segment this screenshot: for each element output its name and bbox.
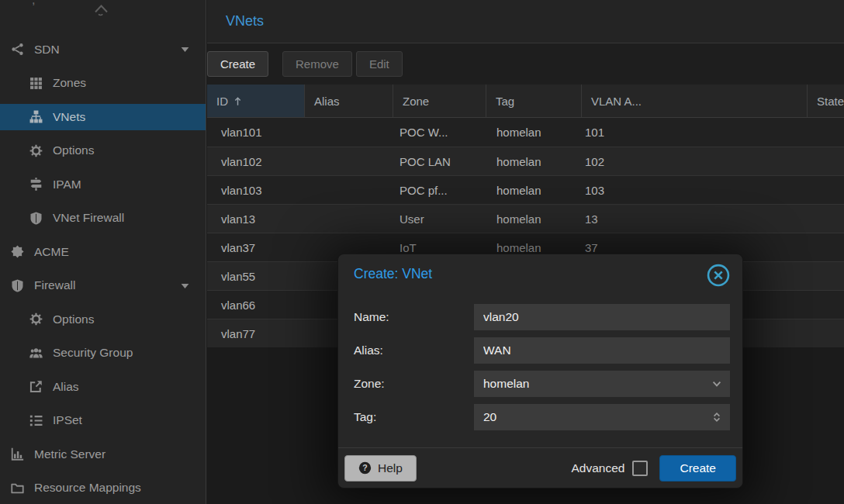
column-header-zone[interactable]: Zone: [393, 85, 486, 117]
close-icon: [707, 264, 730, 287]
sidebar-item-acme[interactable]: ACME: [0, 235, 206, 269]
help-button[interactable]: Help: [344, 455, 417, 482]
edit-button[interactable]: Edit: [356, 51, 403, 77]
cell-state: [764, 147, 844, 175]
cell-state: [764, 233, 844, 261]
spinner-icon[interactable]: [704, 404, 730, 430]
cell-state: [764, 262, 844, 290]
cell-id: vlan102: [207, 147, 390, 175]
field-input[interactable]: [474, 404, 704, 430]
sidebar-item-icon: [10, 482, 24, 495]
sidebar-item-label: ACME: [34, 245, 69, 259]
sidebar-item-metric-server[interactable]: Metric Server: [0, 437, 206, 471]
sidebar-item-zones[interactable]: Zones: [0, 67, 206, 101]
close-button[interactable]: [707, 263, 732, 288]
cell-state: [764, 205, 844, 233]
caret-down-icon[interactable]: [179, 280, 191, 292]
sidebar-item-label: Options: [53, 143, 94, 157]
column-header-vlan-aware[interactable]: VLAN A...: [581, 85, 807, 117]
field-input[interactable]: [474, 304, 730, 330]
table-row[interactable]: vlan103 POC pf... homelan 103: [207, 175, 844, 204]
sidebar-item-sdn-options[interactable]: Options: [0, 134, 206, 168]
sidebar-item-icon: [29, 414, 43, 427]
cell-vlan-aware: [669, 118, 764, 147]
cell-id: vlan103: [207, 176, 390, 204]
sidebar-item-ipam[interactable]: IPAM: [0, 167, 206, 202]
field-label: Tag:: [354, 410, 474, 424]
sidebar-item-firewall-options[interactable]: Options: [0, 302, 206, 337]
column-header-tag[interactable]: Tag: [486, 85, 581, 117]
remove-button[interactable]: Remove: [282, 51, 352, 77]
form-row: Name:: [354, 304, 730, 330]
cell-id: vlan101: [207, 118, 390, 147]
table-row[interactable]: vlan101 POC W... homelan 101: [207, 118, 844, 147]
column-header-label: ID: [216, 95, 228, 108]
column-header-label: State: [817, 95, 844, 108]
sidebar-item-label: IPSet: [53, 413, 82, 427]
create-vnet-dialog: Create: VNet Name: Alias:: [337, 254, 743, 488]
sidebar-item-vnet-firewall[interactable]: VNet Firewall: [0, 202, 206, 236]
alias-input[interactable]: [474, 337, 730, 364]
table-row[interactable]: vlan102 POC LAN homelan 102: [207, 147, 844, 175]
create-button[interactable]: Create: [207, 51, 268, 77]
dialog-create-button[interactable]: Create: [659, 455, 736, 482]
sidebar-item-label: Zones: [53, 76, 86, 90]
sidebar-item-security-group[interactable]: Security Group: [0, 337, 206, 371]
sidebar-item-ipset[interactable]: IPSet: [0, 404, 206, 438]
cell-alias: POC pf...: [390, 176, 487, 204]
caret-down-icon[interactable]: [179, 43, 191, 55]
sidebar-item-label: SDN: [34, 43, 60, 57]
cell-alias: POC LAN: [390, 147, 487, 175]
cell-vlan-aware: [669, 205, 764, 233]
sidebar-item-alias[interactable]: Alias: [0, 370, 206, 404]
name-input[interactable]: [474, 304, 730, 330]
cell-state: [764, 319, 844, 347]
sidebar-item-label: Resource Mappings: [34, 481, 141, 495]
column-header-label: Alias: [314, 95, 340, 108]
cell-zone: homelan: [487, 147, 576, 175]
field-input[interactable]: [474, 337, 730, 364]
sidebar-item-vnets[interactable]: VNets: [0, 100, 206, 134]
sidebar-item-label: VNet Firewall: [53, 211, 124, 225]
sidebar-item-icon: [29, 144, 43, 157]
sidebar-item-icon: [10, 447, 24, 461]
sidebar-item-icon: [10, 279, 24, 292]
cell-zone: homelan: [487, 176, 576, 204]
tag-spinner[interactable]: [474, 404, 730, 430]
form-row: Alias:: [354, 337, 730, 364]
chevron-down-icon[interactable]: [704, 371, 730, 397]
sidebar-item-label: Firewall: [34, 278, 75, 292]
field-label: Zone:: [354, 377, 474, 391]
help-button-label: Help: [378, 461, 403, 475]
column-header-id[interactable]: ID: [207, 85, 304, 117]
sidebar-item-icon: [10, 245, 24, 258]
column-header-alias[interactable]: Alias: [304, 85, 393, 117]
field-label: Name:: [354, 310, 474, 324]
sidebar-item-icon: [29, 178, 43, 191]
form-row: Zone:: [354, 371, 730, 397]
sort-ascending-icon: [232, 95, 244, 107]
zone-combobox[interactable]: [474, 371, 730, 397]
sidebar-item-label: VNets: [53, 110, 85, 124]
toolbar: Create Remove Edit: [207, 43, 844, 85]
field-input[interactable]: [474, 371, 704, 397]
cell-alias: User: [390, 205, 487, 233]
chevron-up-icon: [91, 2, 112, 16]
sidebar-item-sdn[interactable]: SDN: [0, 33, 206, 67]
dialog-title: Create: VNet: [354, 266, 432, 282]
sidebar-item-resource-mappings[interactable]: Resource Mappings: [0, 471, 206, 504]
sidebar-item-icon: [29, 110, 43, 123]
sidebar-item-label: Security Group: [53, 346, 133, 360]
advanced-checkbox[interactable]: [632, 461, 648, 476]
cell-state: [764, 118, 844, 147]
cell-tag: 103: [576, 176, 669, 204]
cell-vlan-aware: [669, 147, 764, 175]
button-label: Edit: [369, 57, 389, 71]
column-header-state[interactable]: State: [807, 85, 844, 117]
form-row: Tag:: [354, 404, 730, 430]
button-label: Create: [220, 57, 255, 71]
table-row[interactable]: vlan13 User homelan 13: [207, 204, 844, 233]
column-header-label: VLAN A...: [591, 95, 642, 108]
question-icon: [358, 461, 372, 475]
sidebar-item-firewall[interactable]: Firewall: [0, 269, 206, 303]
